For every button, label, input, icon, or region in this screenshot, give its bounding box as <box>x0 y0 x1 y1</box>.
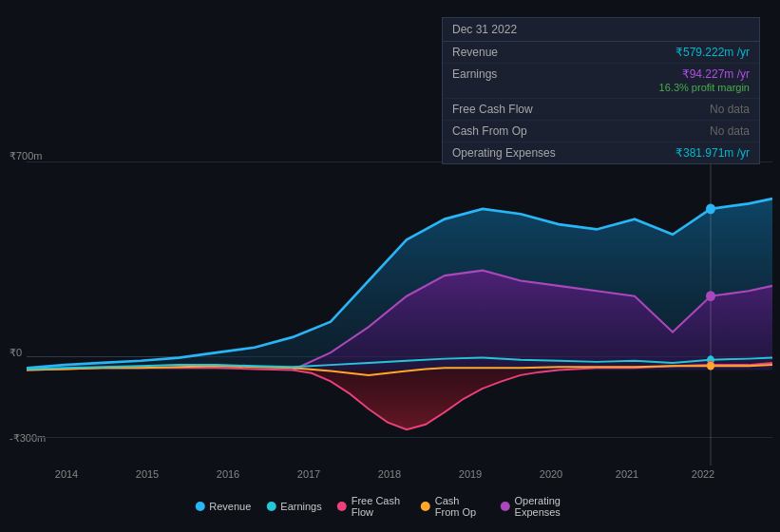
tooltip-cashfromop-label: Cash From Op <box>452 124 566 138</box>
legend-item-fcf[interactable]: Free Cash Flow <box>337 495 406 518</box>
tooltip-box: Dec 31 2022 Revenue ₹579.222m /yr Earnin… <box>442 17 760 164</box>
tooltip-revenue-label: Revenue <box>452 46 566 59</box>
x-label-2017: 2017 <box>297 468 320 480</box>
x-label-2018: 2018 <box>378 468 401 480</box>
opex-dot <box>706 291 715 301</box>
tooltip-earnings-row: Earnings ₹94.227m /yr 16.3% profit margi… <box>443 64 759 99</box>
legend-dot-fcf <box>337 502 347 511</box>
tooltip-opex-row: Operating Expenses ₹381.971m /yr <box>443 142 759 163</box>
legend-dot-earnings <box>266 502 276 511</box>
legend-item-opex[interactable]: Operating Expenses <box>501 495 585 518</box>
legend-label-cashfromop: Cash From Op <box>435 495 485 518</box>
revenue-dot <box>706 203 715 214</box>
chart-svg <box>27 147 772 466</box>
x-label-2014: 2014 <box>55 468 78 480</box>
tooltip-title: Dec 31 2022 <box>443 18 759 42</box>
legend-item-earnings[interactable]: Earnings <box>266 501 321 512</box>
legend-label-earnings: Earnings <box>280 501 321 512</box>
legend-item-revenue[interactable]: Revenue <box>195 501 251 512</box>
legend-label-opex: Operating Expenses <box>515 495 585 518</box>
tooltip-fcf-row: Free Cash Flow No data <box>443 99 759 121</box>
legend-label-fcf: Free Cash Flow <box>352 495 406 518</box>
legend-item-cashfromop[interactable]: Cash From Op <box>421 495 485 518</box>
legend-dot-cashfromop <box>421 502 430 511</box>
tooltip-earnings-value: ₹94.227m /yr <box>682 67 750 81</box>
chart-container: Dec 31 2022 Revenue ₹579.222m /yr Earnin… <box>0 0 780 532</box>
legend: Revenue Earnings Free Cash Flow Cash Fro… <box>195 495 585 518</box>
tooltip-cashfromop-value: No data <box>710 124 750 138</box>
tooltip-revenue-value: ₹579.222m /yr <box>675 46 750 59</box>
tooltip-earnings-label: Earnings <box>452 67 566 81</box>
legend-dot-revenue <box>195 502 204 511</box>
x-label-2016: 2016 <box>217 468 239 480</box>
tooltip-opex-label: Operating Expenses <box>452 146 566 160</box>
tooltip-cashfromop-row: Cash From Op No data <box>443 121 759 142</box>
x-label-2020: 2020 <box>540 468 562 480</box>
tooltip-fcf-label: Free Cash Flow <box>452 103 566 116</box>
x-label-2019: 2019 <box>459 468 482 480</box>
chart-area[interactable] <box>27 147 772 466</box>
legend-dot-opex <box>501 502 510 511</box>
y-label-zero: ₹0 <box>10 347 22 359</box>
x-label-2022: 2022 <box>692 468 714 480</box>
x-label-2015: 2015 <box>136 468 159 480</box>
cashfromop-dot <box>707 362 714 370</box>
tooltip-opex-value: ₹381.971m /yr <box>675 146 750 160</box>
legend-label-revenue: Revenue <box>209 501 251 512</box>
x-label-2021: 2021 <box>616 468 638 480</box>
fcf-area <box>293 370 772 430</box>
tooltip-revenue-row: Revenue ₹579.222m /yr <box>443 42 759 64</box>
tooltip-fcf-value: No data <box>710 103 750 116</box>
tooltip-profit-margin: 16.3% profit margin <box>659 82 750 93</box>
